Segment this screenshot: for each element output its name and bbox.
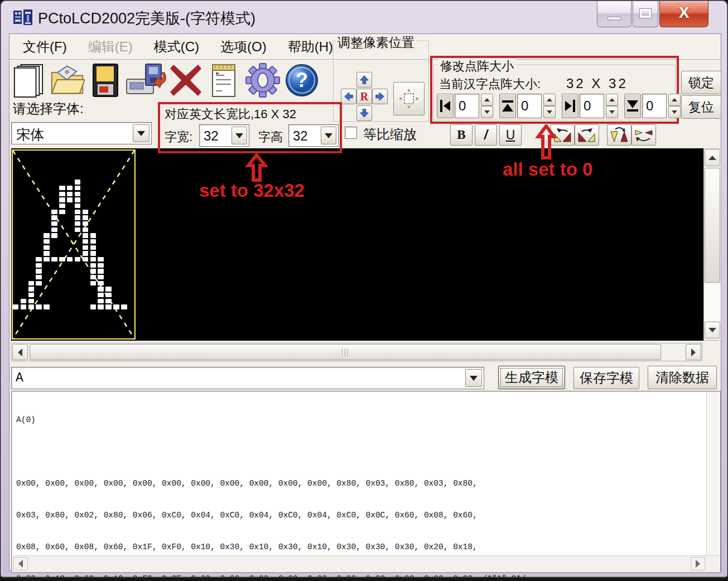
margin-bottom-field[interactable]: 0	[642, 94, 667, 118]
glyph-pixel[interactable]	[59, 197, 65, 202]
glyph-pixel[interactable]	[98, 269, 103, 273]
reset-position-button[interactable]: R	[356, 89, 372, 104]
spin-down-button[interactable]	[481, 106, 493, 118]
rotate-right-button[interactable]	[575, 124, 599, 146]
glyph-pixel[interactable]	[98, 281, 103, 285]
char-combobox[interactable]: A	[11, 367, 484, 389]
glyph-pixel[interactable]	[59, 186, 65, 190]
glyph-pixel[interactable]	[28, 299, 34, 303]
spin-down-button[interactable]	[606, 106, 618, 118]
scroll-right-button[interactable]	[686, 344, 701, 360]
help-button[interactable]: ?	[284, 62, 320, 99]
flip-vertical-button[interactable]	[607, 124, 631, 146]
glyph-pixel[interactable]	[90, 251, 96, 255]
output-vertical-scrollbar[interactable]	[706, 392, 720, 556]
glyph-pixel[interactable]	[98, 304, 103, 309]
glyph-pixel[interactable]	[36, 269, 41, 273]
glyph-pixel[interactable]	[67, 197, 73, 202]
char-combobox-dropdown-button[interactable]	[465, 369, 482, 387]
glyph-pixel[interactable]	[98, 293, 103, 297]
glyph-pixel[interactable]	[83, 215, 88, 220]
glyph-pixel[interactable]	[51, 257, 57, 262]
font-combobox-dropdown-button[interactable]	[133, 124, 150, 142]
glyph-pixel[interactable]	[83, 245, 88, 250]
scroll-down-button[interactable]	[705, 322, 720, 338]
glyph-pixel[interactable]	[28, 281, 34, 285]
glyph-pixel[interactable]	[44, 239, 49, 244]
output-panel[interactable]: A(0) 0x00, 0x00, 0x00, 0x00, 0x00, 0x00,…	[11, 391, 721, 573]
spin-up-button[interactable]	[606, 94, 618, 106]
glyph-pixel[interactable]	[13, 304, 18, 309]
horizontal-scroll-thumb[interactable]	[30, 344, 661, 360]
glyph-pixel[interactable]	[75, 221, 80, 226]
glyph-pixel[interactable]	[105, 293, 111, 297]
glyph-pixel[interactable]	[36, 275, 41, 279]
output-horizontal-scrollbar[interactable]	[12, 555, 720, 572]
spin-down-button[interactable]	[668, 106, 681, 118]
glyph-pixel[interactable]	[36, 304, 41, 309]
spin-down-button[interactable]	[543, 106, 556, 118]
margin-right-field[interactable]: 0	[580, 94, 604, 118]
glyph-pixel[interactable]	[75, 215, 80, 220]
glyph-pixel[interactable]	[59, 192, 65, 196]
glyph-pixel[interactable]	[90, 281, 96, 285]
margin-right-icon-button[interactable]	[562, 94, 578, 118]
glyph-pixel[interactable]	[83, 251, 88, 255]
margin-bottom-icon-button[interactable]	[624, 94, 641, 118]
glyph-pixel[interactable]	[105, 299, 111, 303]
margin-left-icon-button[interactable]	[437, 94, 454, 118]
menu-help[interactable]: 帮助(H)	[280, 36, 341, 58]
glyph-pixel[interactable]	[28, 293, 34, 297]
glyph-pixel[interactable]	[75, 227, 80, 232]
save-font-button[interactable]: 保存字模	[573, 367, 639, 389]
margin-top-field[interactable]: 0	[517, 94, 542, 118]
glyph-pixel[interactable]	[44, 233, 49, 238]
char-width-dropdown-button[interactable]	[232, 127, 247, 144]
glyph-pixel[interactable]	[36, 263, 41, 268]
glyph-pixel[interactable]	[51, 227, 57, 232]
glyph-pixel[interactable]	[75, 197, 80, 202]
glyph-pixel[interactable]	[44, 304, 49, 309]
glyph-pixel[interactable]	[59, 204, 65, 208]
glyph-pixel[interactable]	[90, 245, 96, 250]
glyph-pixel[interactable]	[67, 257, 73, 262]
spin-up-button[interactable]	[543, 94, 556, 106]
clear-button[interactable]: 清除数据	[648, 366, 717, 389]
glyph-pixel[interactable]	[51, 233, 57, 238]
glyph-pixel[interactable]	[121, 304, 127, 309]
scroll-up-button[interactable]	[705, 149, 720, 166]
maximize-button[interactable]	[633, 1, 658, 27]
reset-button[interactable]: 复位	[681, 95, 721, 119]
margin-top-spinner[interactable]	[543, 94, 556, 118]
export-button[interactable]	[124, 62, 168, 99]
report-button[interactable]	[206, 62, 242, 99]
glyph-pixel[interactable]	[98, 275, 103, 279]
glyph-pixel[interactable]	[44, 257, 49, 262]
delete-button[interactable]	[168, 62, 204, 99]
glyph-pixel[interactable]	[83, 221, 88, 226]
glyph-pixel[interactable]	[83, 227, 88, 232]
margin-left-spinner[interactable]	[481, 94, 493, 118]
glyph-pixel[interactable]	[83, 239, 88, 244]
glyph-pixel[interactable]	[90, 269, 96, 273]
glyph-pixel[interactable]	[105, 287, 111, 291]
scroll-page-region[interactable]	[705, 283, 720, 321]
glyph-pixel[interactable]	[75, 210, 80, 214]
glyph-pixel[interactable]	[105, 304, 111, 309]
glyph-pixel[interactable]	[67, 192, 73, 196]
scroll-left-button[interactable]	[13, 557, 28, 570]
glyph-canvas[interactable]	[11, 148, 703, 341]
title-bar[interactable]: PCtoLCD2002完美版-(字符模式) X	[1, 1, 727, 33]
margin-right-spinner[interactable]	[606, 94, 618, 118]
glyph-pixel[interactable]	[28, 287, 34, 291]
open-file-button[interactable]	[50, 62, 85, 99]
vertical-scroll-thumb[interactable]	[705, 168, 720, 283]
proportional-scale-checkbox[interactable]	[345, 127, 357, 139]
glyph-pixel[interactable]	[90, 257, 96, 262]
menu-options[interactable]: 选项(O)	[213, 36, 274, 58]
glyph-pixel[interactable]	[83, 233, 88, 238]
generate-button[interactable]: 生成字模	[498, 366, 565, 389]
glyph-pixel[interactable]	[59, 210, 65, 214]
underline-button[interactable]: U	[499, 124, 522, 146]
glyph-pixel[interactable]	[67, 186, 73, 190]
